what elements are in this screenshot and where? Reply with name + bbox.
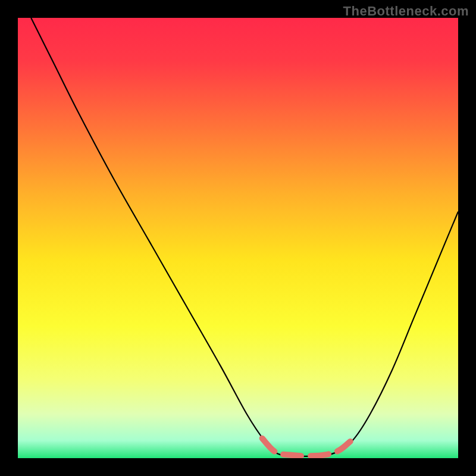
chart-container: TheBottleneck.com [0, 0, 476, 476]
gradient-background [18, 18, 458, 458]
plot-area [18, 18, 458, 458]
chart-svg [18, 18, 458, 458]
watermark-text: TheBottleneck.com [343, 4, 469, 19]
